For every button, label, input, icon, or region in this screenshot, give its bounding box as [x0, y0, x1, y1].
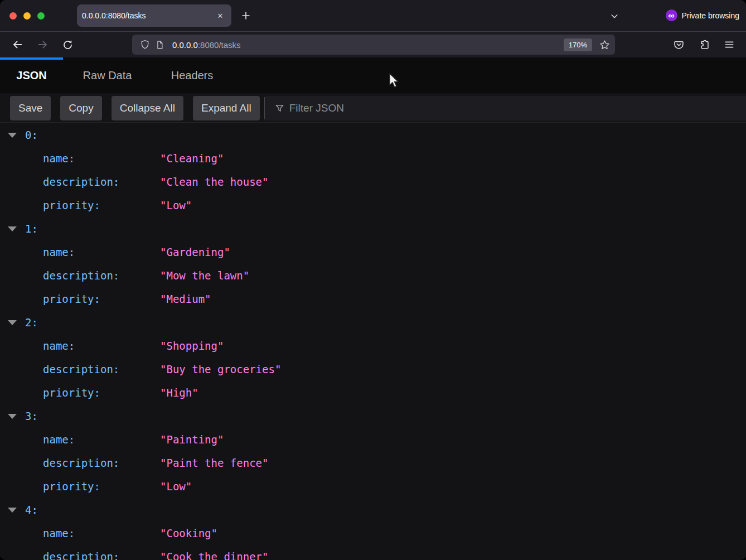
collapse-all-button[interactable]: Collapse All — [112, 96, 183, 120]
json-index-row[interactable]: 1: — [0, 217, 746, 240]
json-index-row[interactable]: 4: — [0, 498, 746, 522]
json-entry-row[interactable]: description:"Clean the house" — [0, 170, 746, 194]
tab-raw-data[interactable]: Raw Data — [63, 57, 152, 94]
json-value: "Cleaning" — [160, 147, 224, 170]
json-entry-row[interactable]: priority:"Low" — [0, 475, 746, 498]
json-value: "Low" — [160, 194, 192, 217]
expander-triangle-icon[interactable] — [8, 226, 17, 231]
chevron-down-icon — [609, 11, 619, 21]
minimize-window-button[interactable] — [23, 12, 31, 20]
private-browsing-icon: ∞ — [666, 9, 677, 21]
json-value: "Gardening" — [160, 240, 230, 264]
json-entry-row[interactable]: description:"Mow the lawn" — [0, 264, 746, 287]
json-viewer-toolbar: Save Copy Collapse All Expand All — [0, 94, 746, 123]
expander-triangle-icon[interactable] — [8, 414, 17, 419]
json-index-label: 0: — [25, 123, 38, 147]
json-index-label: 4: — [25, 498, 38, 522]
json-key: name: — [43, 334, 75, 358]
pocket-icon — [673, 39, 685, 51]
expand-all-button[interactable]: Expand All — [193, 96, 260, 120]
tab-title: 0.0.0.0:8080/tasks — [82, 11, 215, 20]
hamburger-icon — [724, 39, 735, 50]
json-value: "High" — [160, 381, 198, 404]
json-viewer-tabs: JSON Raw Data Headers — [0, 57, 746, 94]
json-key: name: — [43, 147, 75, 170]
expander-triangle-icon[interactable] — [8, 508, 17, 513]
json-key: name: — [43, 522, 75, 545]
json-key: name: — [43, 428, 75, 451]
bookmark-star-icon[interactable] — [599, 39, 611, 51]
filter-json-input[interactable] — [289, 102, 746, 114]
json-index-row[interactable]: 3: — [0, 404, 746, 428]
json-key: priority: — [43, 381, 100, 404]
forward-arrow-icon — [37, 38, 49, 51]
extensions-button[interactable] — [696, 36, 713, 53]
json-index-label: 1: — [25, 217, 38, 240]
reload-icon — [62, 39, 74, 51]
json-key: name: — [43, 240, 75, 264]
json-index-row[interactable]: 2: — [0, 311, 746, 334]
filter-funnel-icon — [274, 103, 285, 114]
private-browsing-label: Private browsing — [682, 11, 740, 20]
url-text[interactable]: 0.0.0.0:8080/tasks — [172, 40, 564, 50]
page-info-icon[interactable] — [152, 40, 167, 50]
expander-triangle-icon[interactable] — [8, 320, 17, 325]
menu-button[interactable] — [721, 36, 738, 53]
json-entry-row[interactable]: name:"Cooking" — [0, 522, 746, 545]
reload-button[interactable] — [59, 36, 76, 54]
json-key: priority: — [43, 287, 100, 311]
json-value: "Low" — [160, 475, 192, 498]
json-entry-row[interactable]: description:"Buy the groceries" — [0, 358, 746, 381]
json-entry-row[interactable]: name:"Painting" — [0, 428, 746, 451]
close-window-button[interactable] — [9, 12, 17, 20]
json-value: "Mow the lawn" — [160, 264, 249, 287]
json-entry-row[interactable]: name:"Shopping" — [0, 334, 746, 358]
maximize-window-button[interactable] — [37, 12, 45, 20]
json-key: description: — [43, 545, 119, 560]
json-entry-row[interactable]: name:"Gardening" — [0, 240, 746, 264]
json-entry-row[interactable]: priority:"Low" — [0, 194, 746, 217]
browser-tab[interactable]: 0.0.0.0:8080/tasks ✕ — [77, 4, 231, 27]
json-entry-row[interactable]: priority:"Medium" — [0, 287, 746, 311]
json-value: "Paint the fence" — [160, 451, 268, 475]
json-value: "Buy the groceries" — [160, 358, 281, 381]
json-value: "Shopping" — [160, 334, 224, 358]
puzzle-piece-icon — [699, 39, 710, 51]
zoom-level-badge[interactable]: 170% — [564, 38, 592, 51]
save-button[interactable]: Save — [10, 96, 51, 120]
json-key: description: — [43, 170, 119, 194]
new-tab-button[interactable] — [238, 8, 254, 23]
json-index-row[interactable]: 0: — [0, 123, 746, 147]
json-entry-row[interactable]: name:"Cleaning" — [0, 147, 746, 170]
url-path: :8080/tasks — [198, 40, 241, 50]
json-value: "Cook the dinner" — [160, 545, 268, 560]
forward-button[interactable] — [34, 36, 52, 54]
tab-json[interactable]: JSON — [0, 57, 63, 94]
list-all-tabs-button[interactable] — [607, 9, 622, 23]
json-key: description: — [43, 358, 119, 381]
filter-box — [265, 96, 746, 120]
json-key: description: — [43, 264, 119, 287]
json-key: priority: — [43, 194, 100, 217]
json-entry-row[interactable]: description:"Cook the dinner" — [0, 545, 746, 560]
json-entry-row[interactable]: description:"Paint the fence" — [0, 451, 746, 475]
tab-headers[interactable]: Headers — [152, 57, 232, 94]
tab-close-icon[interactable]: ✕ — [215, 10, 226, 21]
json-entry-row[interactable]: priority:"High" — [0, 381, 746, 404]
json-index-label: 2: — [25, 311, 38, 334]
browser-window: 0.0.0.0:8080/tasks ✕ ∞ Private browsing — [0, 0, 746, 560]
private-browsing-badge: ∞ Private browsing — [666, 9, 740, 21]
page-content: JSON Raw Data Headers Save Copy Collapse… — [0, 57, 746, 560]
json-value: "Medium" — [160, 287, 211, 311]
url-domain: 0.0.0.0 — [172, 40, 198, 50]
json-tree: 0:name:"Cleaning"description:"Clean the … — [0, 123, 746, 560]
json-index-label: 3: — [25, 404, 38, 428]
pocket-button[interactable] — [670, 36, 687, 53]
back-button[interactable] — [8, 36, 26, 54]
shield-icon[interactable] — [138, 39, 152, 50]
expander-triangle-icon[interactable] — [8, 133, 17, 138]
json-value: "Cooking" — [160, 522, 217, 545]
url-bar[interactable]: 0.0.0.0:8080/tasks 170% — [132, 35, 615, 55]
plus-icon — [240, 10, 251, 21]
copy-button[interactable]: Copy — [60, 96, 101, 120]
